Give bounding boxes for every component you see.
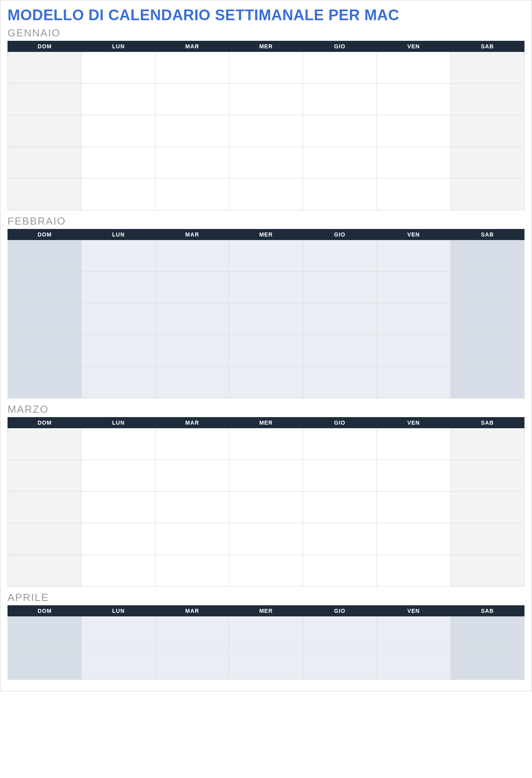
- day-cell[interactable]: [155, 616, 229, 648]
- day-cell[interactable]: [303, 115, 376, 147]
- day-cell[interactable]: [82, 428, 155, 460]
- day-cell[interactable]: [303, 367, 376, 399]
- day-cell[interactable]: [82, 272, 155, 303]
- day-cell[interactable]: [82, 179, 155, 210]
- day-cell[interactable]: [155, 240, 229, 272]
- day-cell[interactable]: [229, 52, 303, 84]
- day-cell[interactable]: [229, 460, 303, 492]
- day-cell[interactable]: [229, 428, 303, 460]
- day-cell[interactable]: [82, 616, 155, 648]
- day-cell[interactable]: [303, 272, 376, 303]
- day-cell[interactable]: [155, 492, 229, 523]
- day-cell[interactable]: [229, 147, 303, 179]
- day-cell[interactable]: [155, 523, 229, 555]
- day-cell[interactable]: [377, 335, 450, 367]
- day-cell[interactable]: [8, 115, 82, 147]
- day-cell[interactable]: [82, 460, 155, 492]
- day-cell[interactable]: [377, 115, 450, 147]
- day-cell[interactable]: [229, 115, 303, 147]
- day-cell[interactable]: [82, 84, 155, 115]
- day-cell[interactable]: [303, 555, 376, 587]
- day-cell[interactable]: [82, 115, 155, 147]
- day-cell[interactable]: [450, 179, 524, 210]
- day-cell[interactable]: [450, 523, 524, 555]
- day-cell[interactable]: [450, 147, 524, 179]
- day-cell[interactable]: [155, 303, 229, 335]
- day-cell[interactable]: [377, 492, 450, 523]
- day-cell[interactable]: [229, 335, 303, 367]
- day-cell[interactable]: [229, 240, 303, 272]
- day-cell[interactable]: [155, 460, 229, 492]
- day-cell[interactable]: [229, 84, 303, 115]
- day-cell[interactable]: [8, 555, 82, 587]
- day-cell[interactable]: [229, 616, 303, 648]
- day-cell[interactable]: [303, 303, 376, 335]
- day-cell[interactable]: [229, 303, 303, 335]
- day-cell[interactable]: [155, 179, 229, 210]
- day-cell[interactable]: [8, 179, 82, 210]
- day-cell[interactable]: [8, 240, 82, 272]
- day-cell[interactable]: [377, 648, 450, 680]
- day-cell[interactable]: [82, 52, 155, 84]
- day-cell[interactable]: [450, 303, 524, 335]
- day-cell[interactable]: [155, 115, 229, 147]
- day-cell[interactable]: [155, 555, 229, 587]
- day-cell[interactable]: [303, 492, 376, 523]
- day-cell[interactable]: [377, 303, 450, 335]
- day-cell[interactable]: [8, 147, 82, 179]
- day-cell[interactable]: [377, 367, 450, 399]
- day-cell[interactable]: [303, 335, 376, 367]
- day-cell[interactable]: [450, 84, 524, 115]
- day-cell[interactable]: [303, 147, 376, 179]
- day-cell[interactable]: [377, 460, 450, 492]
- day-cell[interactable]: [303, 179, 376, 210]
- day-cell[interactable]: [8, 367, 82, 399]
- day-cell[interactable]: [8, 428, 82, 460]
- day-cell[interactable]: [82, 523, 155, 555]
- day-cell[interactable]: [303, 240, 376, 272]
- day-cell[interactable]: [82, 335, 155, 367]
- day-cell[interactable]: [8, 303, 82, 335]
- day-cell[interactable]: [82, 303, 155, 335]
- day-cell[interactable]: [8, 335, 82, 367]
- day-cell[interactable]: [8, 616, 82, 648]
- day-cell[interactable]: [229, 179, 303, 210]
- day-cell[interactable]: [377, 240, 450, 272]
- day-cell[interactable]: [82, 147, 155, 179]
- day-cell[interactable]: [303, 648, 376, 680]
- day-cell[interactable]: [155, 84, 229, 115]
- day-cell[interactable]: [450, 460, 524, 492]
- day-cell[interactable]: [377, 272, 450, 303]
- day-cell[interactable]: [450, 240, 524, 272]
- day-cell[interactable]: [450, 616, 524, 648]
- day-cell[interactable]: [377, 52, 450, 84]
- day-cell[interactable]: [377, 555, 450, 587]
- day-cell[interactable]: [155, 335, 229, 367]
- day-cell[interactable]: [82, 555, 155, 587]
- day-cell[interactable]: [229, 648, 303, 680]
- day-cell[interactable]: [303, 616, 376, 648]
- day-cell[interactable]: [377, 616, 450, 648]
- day-cell[interactable]: [82, 492, 155, 523]
- day-cell[interactable]: [303, 460, 376, 492]
- day-cell[interactable]: [82, 648, 155, 680]
- day-cell[interactable]: [229, 555, 303, 587]
- day-cell[interactable]: [8, 84, 82, 115]
- day-cell[interactable]: [303, 52, 376, 84]
- day-cell[interactable]: [303, 84, 376, 115]
- day-cell[interactable]: [155, 367, 229, 399]
- day-cell[interactable]: [450, 52, 524, 84]
- day-cell[interactable]: [8, 460, 82, 492]
- day-cell[interactable]: [82, 367, 155, 399]
- day-cell[interactable]: [377, 179, 450, 210]
- day-cell[interactable]: [155, 648, 229, 680]
- day-cell[interactable]: [303, 523, 376, 555]
- day-cell[interactable]: [450, 115, 524, 147]
- day-cell[interactable]: [450, 492, 524, 523]
- day-cell[interactable]: [155, 272, 229, 303]
- day-cell[interactable]: [450, 555, 524, 587]
- day-cell[interactable]: [8, 648, 82, 680]
- day-cell[interactable]: [377, 428, 450, 460]
- day-cell[interactable]: [377, 147, 450, 179]
- day-cell[interactable]: [82, 240, 155, 272]
